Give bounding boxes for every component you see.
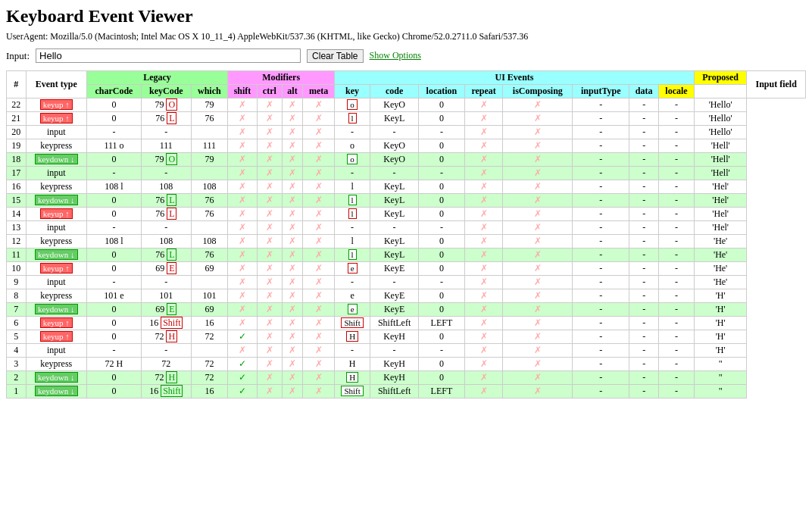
- col-num: #: [7, 71, 27, 98]
- cell-inputtype: -: [573, 385, 629, 399]
- cell-code: KeyO: [370, 98, 419, 112]
- cell-charcode: 0: [86, 248, 141, 262]
- cell-key: l: [335, 180, 370, 194]
- cell-inputtype: -: [573, 221, 629, 235]
- cell-ctrl: ✗: [257, 371, 282, 385]
- cell-alt: ✗: [282, 235, 302, 248]
- cell-location: 0: [419, 262, 465, 276]
- table-row: 1keydown ↓016 Shift16✓✗✗✗ShiftShiftLeftL…: [7, 385, 806, 399]
- cross-icon: ✗: [289, 154, 296, 164]
- col-shift: shift: [228, 85, 258, 98]
- cross-icon: ✗: [239, 236, 246, 246]
- cell-type: keyup ↑: [26, 317, 86, 330]
- cell-locale: -: [659, 344, 695, 358]
- cell-input-field: 'H': [694, 344, 746, 358]
- cell-keycode: -: [142, 344, 192, 358]
- cell-type: input: [26, 221, 86, 235]
- cross-icon: ✗: [480, 208, 488, 219]
- keycode-box: Shift: [161, 385, 183, 397]
- cell-locale: -: [659, 194, 695, 208]
- cross-icon: ✗: [534, 372, 542, 383]
- cell-location: 0: [419, 289, 465, 303]
- cell-alt: ✗: [282, 98, 302, 112]
- cross-icon: ✗: [239, 222, 246, 233]
- cell-inputtype: -: [573, 112, 629, 126]
- cell-iscomposing: ✗: [503, 248, 573, 262]
- cell-locale: -: [659, 153, 695, 167]
- cross-icon: ✗: [534, 127, 542, 137]
- cross-icon: ✗: [315, 127, 323, 137]
- cell-keycode: 76 L: [142, 194, 192, 208]
- cross-icon: ✗: [480, 386, 488, 396]
- group-ui: UI Events: [335, 71, 695, 85]
- cell-alt: ✗: [282, 248, 302, 262]
- cell-meta: ✗: [303, 180, 335, 194]
- cell-code: -: [370, 126, 419, 139]
- cross-icon: ✗: [534, 195, 542, 205]
- cell-type: keyup ↑: [26, 330, 86, 344]
- cell-key: e: [335, 262, 370, 276]
- cell-num: 11: [7, 248, 27, 262]
- cell-shift: ✗: [228, 126, 258, 139]
- cell-shift: ✗: [228, 153, 258, 167]
- text-input[interactable]: [36, 48, 301, 63]
- cell-num: 6: [7, 317, 27, 330]
- cross-icon: ✗: [266, 99, 273, 110]
- table-row: 17input--✗✗✗✗---✗✗---'Hell': [7, 167, 806, 180]
- cell-meta: ✗: [303, 289, 335, 303]
- cross-icon: ✗: [289, 181, 296, 192]
- event-type-badge: keydown ↓: [35, 249, 78, 260]
- cell-input-field: 'H': [694, 289, 746, 303]
- cross-icon: ✗: [315, 249, 323, 260]
- cross-icon: ✗: [315, 236, 323, 246]
- table-row: 16keypress108 l108108✗✗✗✗lKeyL0✗✗---'Hel…: [7, 180, 806, 194]
- key-badge: o: [347, 99, 358, 110]
- cell-num: 3: [7, 358, 27, 371]
- cell-inputtype: -: [573, 276, 629, 289]
- cell-meta: ✗: [303, 330, 335, 344]
- cell-key: -: [335, 221, 370, 235]
- cell-code: KeyL: [370, 112, 419, 126]
- cell-input-field: 'Hel': [694, 194, 746, 208]
- show-options-link[interactable]: Show Options: [370, 50, 421, 61]
- cell-which: 76: [191, 208, 228, 221]
- cell-which: 69: [191, 303, 228, 317]
- cell-key: l: [335, 235, 370, 248]
- cell-key: l: [335, 194, 370, 208]
- cell-inputtype: -: [573, 317, 629, 330]
- cross-icon: ✗: [239, 317, 246, 328]
- cell-keycode: 16 Shift: [142, 317, 192, 330]
- cell-ctrl: ✗: [257, 248, 282, 262]
- cell-alt: ✗: [282, 194, 302, 208]
- cell-key: Shift: [335, 317, 370, 330]
- cross-icon: ✗: [480, 154, 488, 164]
- cross-icon: ✗: [534, 263, 542, 274]
- cell-location: 0: [419, 248, 465, 262]
- cell-keycode: 79 O: [142, 98, 192, 112]
- cross-icon: ✗: [534, 290, 542, 301]
- cell-shift: ✗: [228, 344, 258, 358]
- cell-code: KeyH: [370, 330, 419, 344]
- cell-inputtype: -: [573, 330, 629, 344]
- cross-icon: ✗: [480, 290, 488, 301]
- group-modifiers: Modifiers: [228, 71, 335, 85]
- cell-meta: ✗: [303, 221, 335, 235]
- cross-icon: ✗: [239, 304, 246, 314]
- cell-key: -: [335, 344, 370, 358]
- key-badge: o: [347, 154, 358, 164]
- cross-icon: ✗: [480, 195, 488, 205]
- cross-icon: ✗: [239, 167, 246, 178]
- cross-icon: ✗: [239, 140, 246, 151]
- cell-keycode: 111: [142, 139, 192, 153]
- cell-locale: -: [659, 303, 695, 317]
- cell-location: 0: [419, 330, 465, 344]
- col-event-type: Event type: [26, 71, 86, 98]
- cross-icon: ✗: [266, 317, 273, 328]
- clear-table-button[interactable]: Clear Table: [307, 49, 363, 63]
- cross-icon: ✗: [266, 236, 273, 246]
- cell-type: keypress: [26, 180, 86, 194]
- cell-key: o: [335, 98, 370, 112]
- cell-repeat: ✗: [464, 167, 503, 180]
- cell-input-field: 'Hell': [694, 167, 746, 180]
- cross-icon: ✗: [480, 181, 488, 192]
